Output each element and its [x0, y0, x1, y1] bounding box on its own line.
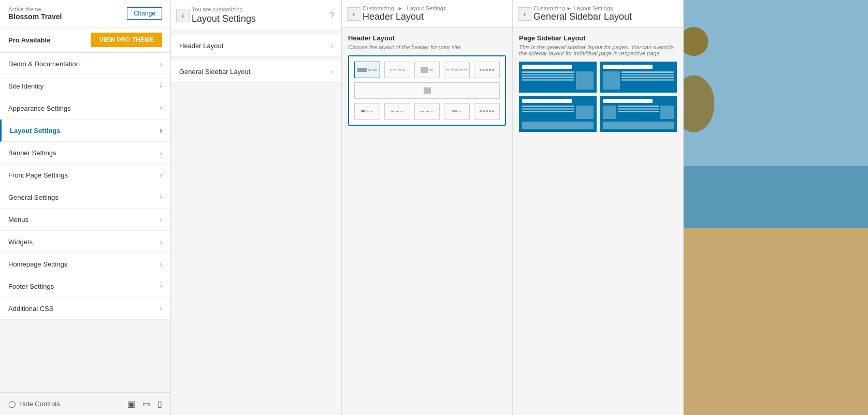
page-sidebar-opt-1[interactable]: [519, 62, 597, 93]
device-preview-icons: ▣ ▭ ▯: [127, 399, 162, 409]
general-sidebar-panel: ‹ Customizing ► Layout Settings General …: [513, 0, 684, 415]
sidebar-item-menus[interactable]: Menus ›: [0, 209, 170, 231]
layout-option-3[interactable]: [414, 62, 440, 78]
page-sidebar-opt-2[interactable]: [600, 62, 677, 93]
panel2-title: Header Layout: [363, 11, 504, 22]
sidebar-item-appearance[interactable]: Appearance Settings ›: [0, 97, 170, 120]
panel3-content: Page Sidebar Layout This is the general …: [513, 28, 683, 145]
layout-options-row3: [354, 103, 500, 120]
panel2-content: Header Layout Choose the layout of the h…: [342, 28, 512, 132]
layout-option-2[interactable]: [384, 62, 410, 78]
layout-option-9[interactable]: [414, 103, 440, 120]
header-layout-options: [348, 55, 506, 126]
pro-label: Pro Available: [8, 36, 50, 44]
sidebar-item-footer[interactable]: Footer Settings ›: [0, 275, 170, 298]
chevron-right-icon: ›: [160, 126, 162, 135]
theme-info: Active theme Blossom Travel: [8, 6, 62, 21]
panel3-title: General Sidebar Layout: [533, 11, 675, 22]
sidebar-item-layout[interactable]: Layout Settings ›: [0, 120, 170, 142]
panel2-header: ‹ Customizing ► Layout Settings Header L…: [342, 0, 512, 28]
left-sidebar: Active theme Blossom Travel Change Pro A…: [0, 0, 171, 415]
layout-option-5[interactable]: [474, 62, 500, 78]
layout-options-row1: [354, 62, 500, 78]
panel1-header-layout-item[interactable]: Header Layout ›: [171, 35, 341, 57]
panel3-breadcrumb: Customizing ► Layout Settings: [533, 5, 675, 11]
sidebar-item-front-page[interactable]: Front Page Settings ›: [0, 164, 170, 186]
chevron-right-icon: ›: [160, 149, 162, 157]
layout-option-10[interactable]: [444, 103, 470, 120]
panel2-breadcrumb: Customizing ► Layout Settings: [363, 5, 504, 11]
layout-option-6[interactable]: [354, 82, 500, 99]
chevron-right-icon: ›: [160, 304, 162, 313]
chevron-right-icon: ›: [160, 171, 162, 179]
chevron-right-icon: ›: [160, 282, 162, 290]
active-theme-label: Active theme: [8, 6, 62, 12]
sidebar-nav: Demo & Documentation › Site Identity › A…: [0, 53, 170, 392]
hide-controls-button[interactable]: ◯ Hide Controls: [8, 400, 60, 408]
layout-option-8[interactable]: [384, 103, 410, 120]
sidebar-item-site-identity[interactable]: Site Identity ›: [0, 75, 170, 97]
help-icon[interactable]: ?: [329, 11, 334, 20]
sidebar-item-widgets[interactable]: Widgets ›: [0, 231, 170, 253]
layout-option-11[interactable]: [474, 103, 500, 120]
tablet-icon[interactable]: ▭: [142, 399, 150, 409]
chevron-right-icon: ›: [160, 82, 162, 90]
page-sidebar-desc: This is the general sidebar layout for p…: [519, 44, 677, 56]
layout-option-4[interactable]: [444, 62, 470, 78]
chevron-right-icon: ›: [160, 60, 162, 68]
header-layout-section-desc: Choose the layout of the header for your…: [348, 44, 506, 50]
chevron-right-icon: ›: [160, 104, 162, 112]
layout-options-row2: [354, 82, 500, 99]
panel1-general-sidebar-item[interactable]: General Sidebar Layout ›: [171, 61, 341, 83]
panel1-back-button[interactable]: ‹: [176, 9, 190, 22]
sidebar-item-css[interactable]: Additional CSS ›: [0, 298, 170, 320]
change-theme-button[interactable]: Change: [127, 7, 162, 20]
layout-option-1[interactable]: [354, 62, 380, 78]
theme-name: Blossom Travel: [8, 12, 62, 21]
chevron-right-icon: ›: [160, 238, 162, 246]
layout-settings-panel: ‹ You are customizing Layout Settings ? …: [171, 0, 342, 415]
page-sidebar-opt-3[interactable]: [519, 96, 597, 132]
mobile-icon[interactable]: ▯: [157, 399, 162, 409]
chevron-right-icon: ›: [331, 42, 333, 50]
panel2-back-button[interactable]: ‹: [347, 7, 360, 21]
desktop-icon[interactable]: ▣: [127, 399, 135, 409]
sidebar-header: Active theme Blossom Travel Change: [0, 0, 170, 27]
page-sidebar-opt-4[interactable]: [600, 96, 677, 132]
header-layout-section-title: Header Layout: [348, 34, 506, 42]
page-sidebar-options-grid: [519, 62, 677, 132]
sidebar-item-homepage[interactable]: Homepage Settings ›: [0, 253, 170, 275]
sidebar-item-banner[interactable]: Banner Settings ›: [0, 142, 170, 164]
main-area: ‹ You are customizing Layout Settings ? …: [171, 0, 868, 415]
sidebar-footer: ◯ Hide Controls ▣ ▭ ▯: [0, 392, 170, 415]
panel1-customizing-label: You are customizing: [192, 6, 333, 12]
panel3-header: ‹ Customizing ► Layout Settings General …: [513, 0, 683, 28]
layout-option-7[interactable]: [354, 103, 380, 120]
pro-bar: Pro Available VIEW PRO THEME: [0, 27, 170, 53]
chevron-right-icon: ›: [331, 68, 333, 76]
view-pro-button[interactable]: VIEW PRO THEME: [91, 33, 162, 47]
sidebar-item-general[interactable]: General Settings ›: [0, 186, 170, 209]
chevron-right-icon: ›: [160, 260, 162, 268]
panel1-title: Layout Settings: [192, 13, 333, 24]
panel1-header: ‹ You are customizing Layout Settings ?: [171, 0, 341, 31]
page-sidebar-label: Page Sidebar Layout: [519, 34, 677, 42]
header-layout-panel: ‹ Customizing ► Layout Settings Header L…: [342, 0, 513, 415]
sidebar-item-demo[interactable]: Demo & Documentation ›: [0, 53, 170, 75]
panel3-back-button[interactable]: ‹: [518, 7, 531, 21]
chevron-right-icon: ›: [160, 193, 162, 201]
chevron-right-icon: ›: [160, 215, 162, 224]
eye-icon: ◯: [8, 400, 16, 408]
panels-container: ‹ You are customizing Layout Settings ? …: [171, 0, 684, 415]
